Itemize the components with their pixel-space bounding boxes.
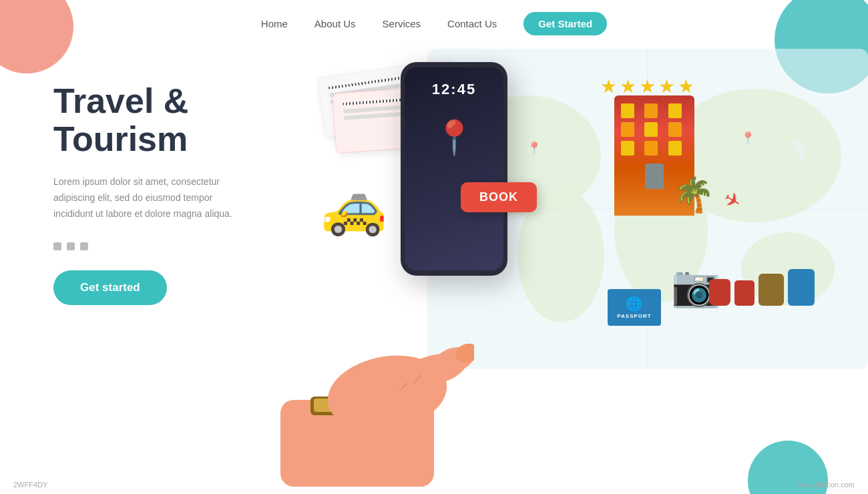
window-3 xyxy=(668,103,682,118)
smartphone: 12:45 📍 xyxy=(401,62,507,276)
nav-cta-button[interactable]: Get Started xyxy=(523,12,607,35)
window-1 xyxy=(621,103,634,118)
left-panel: Travel & Tourism Lorem ipsum dolor sit a… xyxy=(0,42,280,305)
star-3: ★ xyxy=(639,75,656,97)
svg-text:📍: 📍 xyxy=(740,131,756,146)
nav-link-services[interactable]: Services xyxy=(383,18,421,29)
building-windows xyxy=(614,95,694,164)
stars-rating: ★ ★ ★ ★ ★ xyxy=(600,75,694,97)
nav-link-home[interactable]: Home xyxy=(261,18,288,29)
luggage-group xyxy=(709,269,815,306)
building-door xyxy=(645,164,664,189)
window-8 xyxy=(644,141,658,156)
window-6 xyxy=(668,122,682,137)
dots-indicator xyxy=(53,242,280,250)
globe-icon: 🌐 xyxy=(626,296,643,312)
phone-time: 12:45 xyxy=(432,81,476,98)
star-4: ★ xyxy=(658,75,675,97)
passport: 🌐 PASSPORT xyxy=(608,289,661,326)
hand-illustration xyxy=(240,320,474,494)
window-5 xyxy=(644,122,658,137)
dot-2 xyxy=(67,242,75,250)
watermark: www.flaticon.com xyxy=(798,481,855,489)
main-content: Travel & Tourism Lorem ipsum dolor sit a… xyxy=(0,42,868,494)
get-started-button[interactable]: Get started xyxy=(53,270,167,305)
suitcase-red xyxy=(734,280,754,306)
image-id: 2WFF4DY xyxy=(13,481,47,489)
dot-3 xyxy=(80,242,88,250)
star-5: ★ xyxy=(678,75,694,97)
backpack xyxy=(709,279,730,306)
star-1: ★ xyxy=(600,75,617,97)
star-2: ★ xyxy=(620,75,636,97)
nav-link-contact[interactable]: Contact Us xyxy=(447,18,497,29)
suitcase-brown xyxy=(758,274,784,306)
hero-description: Lorem ipsum dolor sit amet, consectetur … xyxy=(53,174,254,222)
svg-text:📍: 📍 xyxy=(527,141,542,156)
suitcase-blue xyxy=(788,269,815,306)
passport-book: 🌐 PASSPORT xyxy=(608,289,661,326)
book-button[interactable]: BOOK xyxy=(461,182,537,212)
navbar: Home About Us Services Contact Us Get St… xyxy=(0,0,868,42)
dot-1 xyxy=(53,242,61,250)
window-7 xyxy=(621,141,634,156)
right-panel: 📍 📍 📍 ★ ★ ★ ★ ★ xyxy=(280,42,868,494)
taxi-icon: 🚕 xyxy=(320,176,387,238)
phone-screen: 12:45 📍 xyxy=(405,67,503,270)
window-9 xyxy=(668,141,682,156)
window-4 xyxy=(621,122,634,137)
passport-label: PASSPORT xyxy=(617,313,651,319)
location-pin-icon: 📍 xyxy=(433,118,475,157)
window-2 xyxy=(644,103,658,118)
nav-link-about[interactable]: About Us xyxy=(314,18,356,29)
palm-tree-icon: 🌴 xyxy=(673,176,714,214)
hero-title: Travel & Tourism xyxy=(53,82,280,158)
